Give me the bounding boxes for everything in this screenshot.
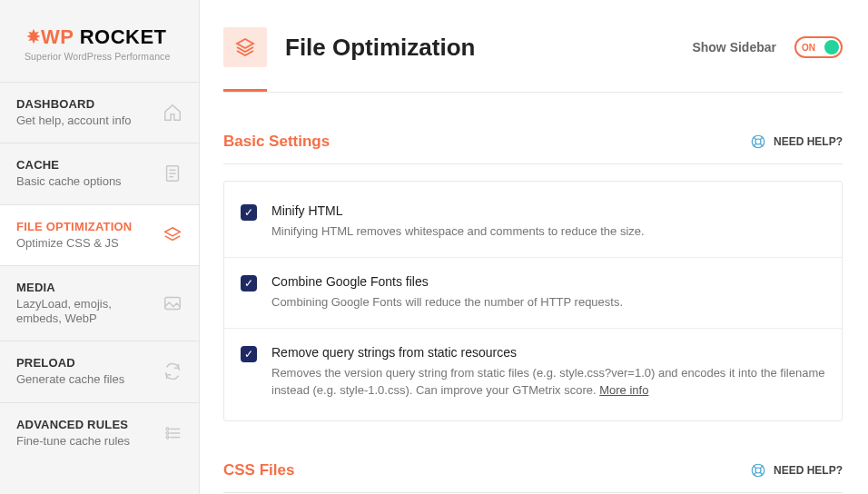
sidebar-item-sub: Basic cache options — [16, 174, 153, 189]
svg-line-16 — [760, 143, 763, 146]
setting-desc: Combining Google Fonts will reduce the n… — [271, 294, 825, 311]
svg-marker-12 — [237, 39, 253, 48]
sidebar-item-label: DASHBOARD — [16, 97, 153, 111]
sidebar-item-sub: Optimize CSS & JS — [16, 236, 153, 251]
sidebar-item-sub: LazyLoad, emojis, embeds, WebP — [16, 297, 153, 327]
svg-line-22 — [760, 473, 763, 476]
setting-label: Combine Google Fonts files — [271, 274, 825, 289]
need-help-text: NEED HELP? — [774, 464, 843, 477]
page-header: File Optimization Show Sidebar ON — [223, 27, 843, 67]
file-icon — [163, 163, 182, 183]
checkbox-combine-google-fonts[interactable]: ✓ — [241, 275, 257, 291]
sidebar-item-sub: Fine-tune cache rules — [16, 434, 153, 449]
sidebar-item-sub: Generate cache files — [16, 372, 153, 387]
svg-point-6 — [166, 428, 169, 430]
sidebar-item-preload[interactable]: PRELOAD Generate cache files — [0, 341, 199, 401]
sidebar-item-label: FILE OPTIMIZATION — [16, 220, 153, 233]
image-icon — [163, 293, 182, 313]
sliders-icon — [163, 423, 182, 443]
svg-point-20 — [755, 468, 761, 473]
more-info-link[interactable]: More info — [599, 383, 648, 397]
sidebar-item-advanced-rules[interactable]: ADVANCED RULES Fine-tune cache rules — [0, 402, 199, 463]
page-title: File Optimization — [285, 34, 674, 62]
section-basic-settings: Basic Settings NEED HELP? ✓ Minify HTML … — [223, 133, 843, 421]
svg-rect-5 — [165, 298, 181, 310]
checkbox-minify-html[interactable]: ✓ — [241, 204, 257, 221]
need-help-link[interactable]: NEED HELP? — [750, 133, 843, 150]
svg-point-8 — [166, 431, 169, 434]
svg-line-23 — [760, 466, 763, 469]
sidebar-item-sub: Get help, account info — [16, 114, 153, 128]
svg-line-21 — [754, 466, 756, 469]
divider — [223, 492, 843, 493]
sidebar-item-dashboard[interactable]: DASHBOARD Get help, account info — [0, 82, 199, 143]
need-help-text: NEED HELP? — [774, 135, 843, 148]
sidebar-item-label: PRELOAD — [16, 356, 153, 370]
sidebar-item-cache[interactable]: CACHE Basic cache options — [0, 143, 199, 203]
refresh-icon — [163, 361, 182, 381]
setting-minify-html: ✓ Minify HTML Minifying HTML removes whi… — [224, 187, 842, 257]
logo-brand-wp: WP — [41, 25, 74, 48]
setting-desc: Minifying HTML removes whitespace and co… — [271, 223, 825, 241]
section-title: CSS Files — [223, 461, 294, 479]
svg-point-14 — [755, 139, 761, 144]
toggle-knob — [824, 40, 839, 54]
sidebar-item-media[interactable]: MEDIA LazyLoad, emojis, embeds, WebP — [0, 265, 199, 341]
layers-icon — [163, 225, 182, 245]
section-css-files: CSS Files NEED HELP? — [223, 461, 843, 493]
divider — [223, 92, 843, 93]
lifebuoy-icon — [750, 133, 766, 150]
show-sidebar-label: Show Sidebar — [692, 40, 776, 54]
layers-icon — [223, 27, 267, 67]
logo-subtitle: Superior WordPress Performance — [25, 51, 182, 62]
svg-line-15 — [754, 137, 756, 140]
sidebar-item-label: ADVANCED RULES — [16, 418, 153, 431]
sidebar-item-label: CACHE — [16, 158, 153, 172]
need-help-link[interactable]: NEED HELP? — [750, 462, 843, 479]
setting-desc: Removes the version query string from st… — [271, 365, 825, 400]
sidebar-item-label: MEDIA — [16, 281, 153, 294]
toggle-on-label: ON — [802, 43, 815, 53]
show-sidebar-toggle[interactable]: ON — [794, 36, 843, 58]
setting-label: Minify HTML — [271, 203, 825, 218]
sidebar-item-file-optimization[interactable]: FILE OPTIMIZATION Optimize CSS & JS — [0, 204, 199, 265]
svg-line-18 — [754, 143, 756, 146]
lifebuoy-icon — [750, 462, 766, 479]
svg-point-10 — [166, 436, 169, 439]
setting-combine-google-fonts: ✓ Combine Google Fonts files Combining G… — [224, 257, 842, 328]
logo: WP ROCKET Superior WordPress Performance — [0, 0, 199, 82]
divider — [223, 163, 843, 164]
setting-label: Remove query strings from static resourc… — [271, 345, 825, 360]
settings-group: ✓ Minify HTML Minifying HTML removes whi… — [223, 181, 843, 421]
logo-brand-rocket: ROCKET — [74, 25, 167, 48]
svg-marker-4 — [165, 227, 181, 235]
home-icon — [163, 103, 182, 123]
svg-line-24 — [754, 473, 756, 476]
setting-remove-query-strings: ✓ Remove query strings from static resou… — [224, 328, 842, 416]
svg-line-17 — [760, 137, 763, 140]
sidebar: WP ROCKET Superior WordPress Performance… — [0, 0, 200, 494]
main-content: File Optimization Show Sidebar ON Basic … — [200, 0, 868, 494]
section-title: Basic Settings — [223, 133, 330, 151]
checkbox-remove-query-strings[interactable]: ✓ — [241, 346, 257, 362]
